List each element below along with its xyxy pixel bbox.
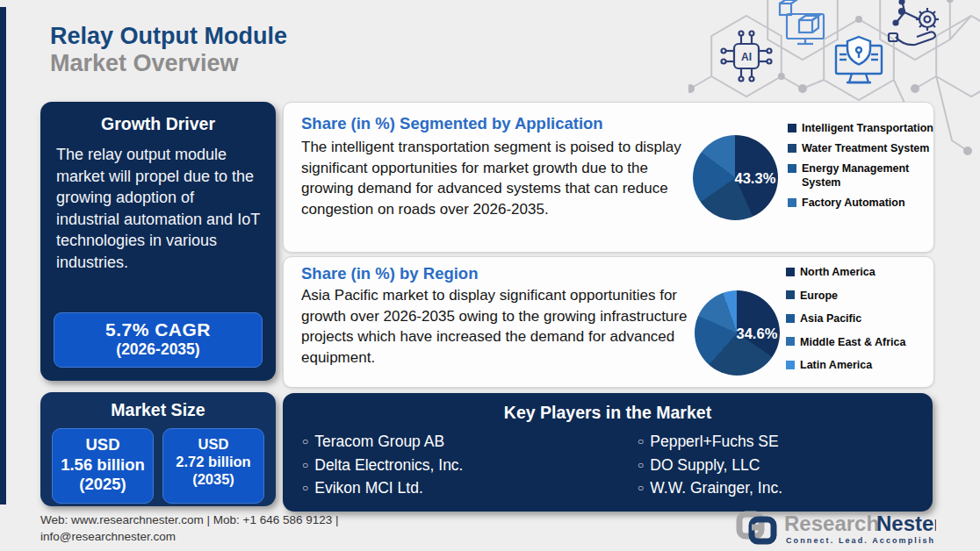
key-player-item: DO Supply, LLC [638, 454, 933, 477]
key-player-item: Delta Electronics, Inc. [302, 454, 597, 477]
chain-link-icon [739, 514, 774, 541]
growth-driver-heading: Growth Driver [40, 114, 276, 134]
market-size-cards: USD 1.56 billion (2025) USD 2.72 billion… [52, 428, 264, 504]
legend-item: Energy Management System [788, 161, 939, 190]
legend-item: Asia Pacific [786, 311, 948, 326]
application-pie-label: 43.3% [735, 169, 776, 186]
key-players-columns: Teracom Group ABDelta Electronics, Inc.E… [283, 430, 933, 500]
legend-swatch [786, 290, 795, 299]
legend-label: Latin America [800, 358, 872, 372]
cagr-period: (2026-2035) [54, 340, 262, 359]
legend-swatch [786, 314, 795, 323]
legend-swatch [786, 361, 795, 369]
region-legend: North AmericaEuropeAsia PacificMiddle Ea… [786, 265, 948, 372]
key-players-heading: Key Players in the Market [283, 403, 933, 423]
contact-line2: info@researchnester.com [40, 529, 339, 546]
region-share-card: Share (in %) by Region Asia Pacific mark… [283, 256, 934, 388]
logo-text-nester: Nester [876, 512, 936, 535]
application-share-text: The intelligent transportation segment i… [301, 137, 692, 219]
legend-item: Middle East & Africa [786, 335, 948, 349]
legend-label: Energy Management System [802, 161, 939, 190]
left-accent-bar [0, 7, 6, 504]
region-share-text: Asia Pacific market to display significa… [301, 285, 692, 368]
page-title-line1: Relay Output Module [50, 23, 287, 50]
svg-text:AI: AI [741, 51, 752, 63]
market-size-2025-year: (2025) [54, 475, 151, 495]
logo-tagline: Connect. Lead. Accomplish [786, 536, 935, 545]
logo-text-research: Research [784, 512, 879, 535]
market-size-2025-card: USD 1.56 billion (2025) [52, 428, 154, 504]
contact-line1: Web: www.researchnester.com | Mob: +1 64… [40, 512, 339, 529]
key-player-item: Pepperl+Fuchs SE [638, 430, 933, 454]
legend-item: Factory Automation [788, 196, 939, 210]
secure-monitor-icon [836, 37, 882, 82]
automation-hand-icon [889, 0, 939, 45]
legend-label: North America [800, 265, 876, 279]
page-title-line2: Market Overview [50, 50, 287, 77]
region-pie-chart: 34.6% [695, 290, 780, 376]
growth-driver-panel: Growth Driver The relay output module ma… [40, 102, 276, 381]
key-players-panel: Key Players in the Market Teracom Group … [283, 393, 933, 512]
application-legend: Intelligent TransportationWater Treatmen… [788, 121, 939, 210]
market-size-heading: Market Size [40, 400, 276, 420]
legend-item: North America [786, 265, 948, 279]
key-players-column-1: Teracom Group ABDelta Electronics, Inc.E… [283, 430, 597, 500]
market-size-2035-value: 2.72 billion [165, 453, 262, 470]
legend-item: Water Treatment System [788, 141, 939, 155]
legend-label: Europe [800, 289, 838, 303]
cagr-badge: 5.7% CAGR (2026-2035) [54, 312, 263, 368]
legend-item: Latin America [786, 358, 948, 372]
market-size-2025-value: 1.56 billion [54, 455, 151, 476]
legend-item: Europe [786, 289, 948, 303]
region-pie-label: 34.6% [737, 325, 778, 341]
key-players-column-2: Pepperl+Fuchs SEDO Supply, LLCW.W. Grain… [597, 430, 933, 500]
legend-swatch [788, 124, 796, 132]
key-player-item: W.W. Grainger, Inc. [638, 476, 933, 500]
legend-label: Asia Pacific [800, 311, 861, 326]
key-player-item: Teracom Group AB [302, 430, 597, 454]
page-title: Relay Output Module Market Overview [50, 23, 287, 77]
market-size-2035-card: USD 2.72 billion (2035) [162, 428, 264, 504]
ai-chip-icon: AI [722, 32, 772, 82]
cagr-value: 5.7% CAGR [54, 319, 262, 340]
market-size-2025-currency: USD [54, 435, 151, 455]
legend-label: Intelligent Transportation [802, 121, 933, 135]
legend-swatch [786, 268, 795, 276]
growth-driver-text: The relay output module market will prop… [56, 144, 262, 273]
market-size-panel: Market Size USD 1.56 billion (2025) USD … [40, 392, 276, 506]
legend-label: Factory Automation [802, 196, 905, 210]
application-share-card: Share (in %) Segmented by Application Th… [283, 102, 934, 253]
contact-info: Web: www.researchnester.com | Mob: +1 64… [40, 512, 339, 545]
infographic-canvas: AI [0, 0, 980, 551]
legend-label: Water Treatment System [802, 141, 929, 155]
legend-swatch [788, 164, 796, 173]
legend-swatch [788, 144, 796, 153]
market-size-2035-currency: USD [165, 435, 262, 453]
legend-item: Intelligent Transportation [788, 121, 939, 135]
legend-label: Middle East & Africa [800, 335, 905, 349]
application-pie-chart: 43.3% [693, 135, 778, 220]
legend-swatch [788, 198, 796, 207]
key-player-item: Evikon MCI Ltd. [302, 476, 597, 500]
legend-swatch [786, 337, 795, 346]
3d-modeling-icon [780, 0, 824, 44]
market-size-2035-year: (2035) [165, 470, 262, 488]
research-nester-logo: Research Nester Connect. Lead. Accomplis… [736, 508, 936, 551]
